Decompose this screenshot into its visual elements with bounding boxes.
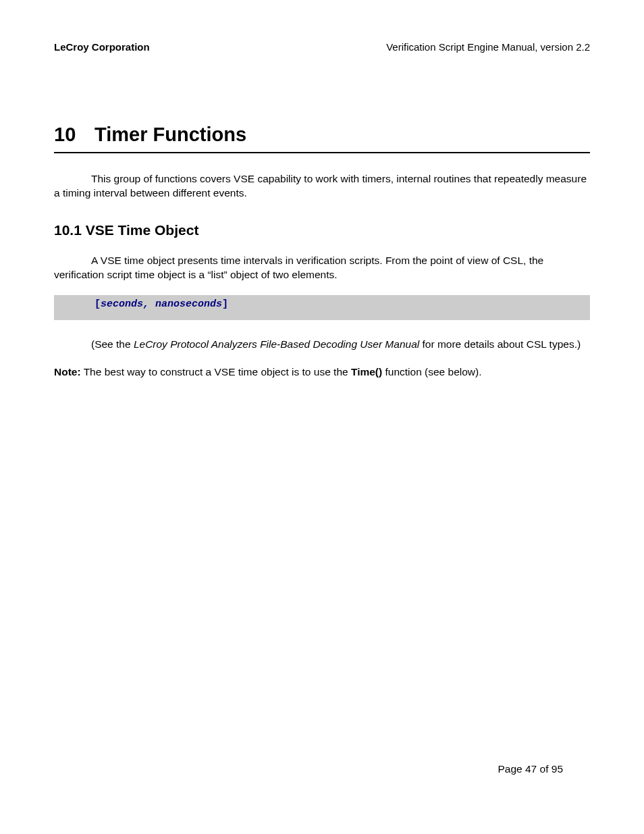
page: LeCroy Corporation Verification Script E… [0, 0, 644, 834]
note-func: Time() [351, 366, 382, 377]
see-post: for more details about CSL types.) [419, 338, 581, 350]
see-paragraph: (See the LeCroy Protocol Analyzers File-… [54, 338, 590, 352]
chapter-number: 10 [54, 122, 95, 148]
code-block: [seconds, nanoseconds] [54, 295, 590, 319]
note-label: Note: [54, 366, 81, 377]
see-manual-title: LeCroy Protocol Analyzers File-Based Dec… [134, 338, 419, 350]
code-line: [seconds, nanoseconds] [54, 298, 590, 311]
chapter-title: Timer Functions [95, 122, 246, 148]
note-pre: The best way to construct a VSE time obj… [81, 366, 351, 377]
code-body: seconds, nanoseconds [101, 298, 222, 310]
header-left: LeCroy Corporation [54, 41, 150, 54]
code-open-bracket: [ [95, 298, 101, 310]
page-footer: Page 47 of 95 [498, 762, 563, 777]
section-heading: 10.1 VSE Time Object [54, 221, 590, 240]
note-paragraph: Note: The best way to construct a VSE ti… [54, 365, 590, 380]
code-close-bracket: ] [222, 298, 228, 310]
running-header: LeCroy Corporation Verification Script E… [54, 41, 590, 54]
note-post: function (see below). [382, 366, 481, 377]
intro-paragraph: This group of functions covers VSE capab… [54, 172, 590, 201]
header-right: Verification Script Engine Manual, versi… [386, 41, 590, 54]
see-pre: (See the [91, 338, 134, 350]
chapter-heading: 10 Timer Functions [54, 122, 590, 153]
section-paragraph: A VSE time object presents time interval… [54, 254, 590, 282]
